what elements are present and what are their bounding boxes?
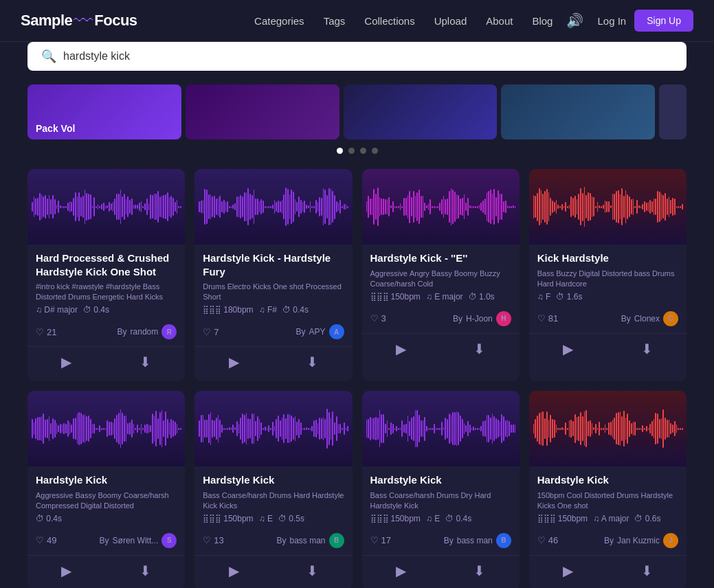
tag[interactable]: Drums [269, 491, 291, 499]
tag[interactable]: Kicks [219, 501, 237, 510]
download-button[interactable]: ⬇ [460, 337, 499, 361]
nav-about[interactable]: About [486, 15, 513, 27]
download-button[interactable]: ⬇ [627, 337, 667, 361]
like-button[interactable]: ♡ 81 [537, 313, 558, 324]
tag[interactable]: Short [203, 293, 221, 301]
download-button[interactable]: ⬇ [293, 350, 332, 374]
tag[interactable]: Hardstyle [312, 491, 344, 499]
tag[interactable]: Drums [68, 293, 90, 301]
tag[interactable]: One shot [273, 282, 304, 291]
sample-card-8[interactable]: Hardstyle Kick 150bpm Cool Distorted Dru… [529, 391, 687, 588]
tag[interactable]: Digital [80, 501, 102, 510]
author-name[interactable]: H-Joon [466, 314, 493, 324]
tag[interactable]: Buzzy [556, 269, 577, 278]
banner-card-2[interactable] [186, 84, 339, 139]
tag[interactable]: 150bpm [537, 491, 565, 499]
author-name[interactable]: bass man [289, 536, 325, 545]
tag[interactable]: Drums [616, 491, 638, 499]
tag[interactable]: Energetic [92, 293, 124, 301]
banner-card-1[interactable]: Pack Vol [27, 84, 181, 139]
nav-upload[interactable]: Upload [434, 15, 467, 27]
tag[interactable]: Distorted [36, 293, 66, 301]
tag[interactable]: Coarse/harsh [370, 280, 416, 288]
tag[interactable]: Buzzy [480, 269, 500, 278]
signup-button[interactable]: Sign Up [634, 10, 693, 32]
logo[interactable]: Sample 〰 Focus [21, 10, 137, 32]
volume-icon[interactable]: 🔊 [566, 12, 583, 29]
tag[interactable]: Coarse/harsh [124, 491, 169, 499]
sample-card-7[interactable]: Hardstyle Kick Bass Coarse/harsh Drums D… [362, 391, 520, 588]
tag[interactable]: Kicks [537, 501, 555, 510]
tag[interactable]: Drums [436, 491, 458, 499]
tag[interactable]: Drums [652, 269, 674, 278]
tag[interactable]: Coarse/harsh [389, 491, 434, 499]
tag[interactable]: Hardstyle [641, 491, 673, 499]
tag[interactable]: Kick [404, 501, 419, 510]
dot-2[interactable] [348, 148, 355, 154]
tag[interactable]: Boomy [98, 491, 121, 499]
author-name[interactable]: Jan Kuzmic [617, 536, 660, 545]
banner-card-4[interactable] [501, 84, 655, 139]
download-button[interactable]: ⬇ [126, 350, 165, 374]
tag[interactable]: Hardcore [556, 280, 587, 288]
tag[interactable]: Dry [460, 491, 472, 499]
tag[interactable]: Kick [203, 501, 217, 510]
nav-tags[interactable]: Tags [324, 15, 346, 27]
tag[interactable]: Cold [418, 280, 434, 288]
sample-card-2[interactable]: Hardstyle Kick - Hardstyle Fury Drums El… [194, 169, 352, 381]
sample-card-1[interactable]: Hard Processed & Crushed Hardstyle Kick … [27, 169, 185, 381]
tag[interactable]: Processed [306, 282, 342, 291]
sample-card-3[interactable]: Hardstyle Kick - ''E'' Aggressive Angry … [362, 169, 520, 381]
author-name[interactable]: Søren Witt... [113, 536, 159, 545]
nav-collections[interactable]: Collections [364, 15, 414, 27]
tag[interactable]: Hard [537, 280, 554, 288]
tag[interactable]: Cool [567, 491, 583, 499]
tag[interactable]: Bassy [75, 491, 96, 499]
dot-3[interactable] [360, 148, 366, 154]
like-button[interactable]: ♡ 13 [203, 535, 223, 545]
tag[interactable]: Bass [203, 491, 219, 499]
play-button[interactable]: ▶ [47, 558, 85, 583]
tag[interactable]: Aggressive [36, 491, 73, 499]
tag[interactable]: Hard [293, 491, 310, 499]
sample-card-5[interactable]: Hardstyle Kick Aggressive Bassy Boomy Co… [27, 391, 185, 588]
like-button[interactable]: ♡ 46 [537, 535, 558, 545]
download-button[interactable]: ⬇ [627, 558, 667, 583]
tag[interactable]: Kicks [145, 293, 163, 301]
author-name[interactable]: APY [309, 327, 325, 337]
tag[interactable]: Distorted [104, 501, 134, 510]
nav-blog[interactable]: Blog [532, 15, 553, 27]
tag[interactable]: Distorted bass [602, 269, 650, 278]
download-button[interactable]: ⬇ [126, 558, 165, 583]
dot-1[interactable] [337, 148, 343, 154]
sample-card-6[interactable]: Hardstyle Kick Bass Coarse/harsh Drums H… [194, 391, 352, 588]
tag[interactable]: Kicks [253, 282, 271, 291]
play-button[interactable]: ▶ [549, 337, 587, 361]
tag[interactable]: #hardstyle [106, 282, 141, 291]
play-button[interactable]: ▶ [382, 337, 420, 361]
tag[interactable]: Hard [475, 491, 491, 499]
tag[interactable]: #rawstyle [72, 282, 104, 291]
play-button[interactable]: ▶ [382, 558, 420, 583]
nav-categories[interactable]: Categories [254, 15, 304, 27]
tag[interactable]: Bassy [432, 269, 452, 278]
like-button[interactable]: ♡ 7 [203, 327, 219, 337]
tag[interactable]: Bass [370, 491, 387, 499]
play-button[interactable]: ▶ [549, 558, 587, 583]
like-button[interactable]: ♡ 49 [36, 535, 56, 545]
tag[interactable]: Angry [410, 269, 429, 278]
tag[interactable]: Compressed [36, 501, 78, 510]
tag[interactable]: Drums [203, 282, 225, 291]
tag[interactable]: #intro kick [36, 282, 70, 291]
like-button[interactable]: ♡ 17 [370, 535, 391, 545]
login-button[interactable]: Log In [597, 15, 626, 27]
play-button[interactable]: ▶ [215, 350, 253, 374]
tag[interactable]: One shot [557, 501, 588, 510]
tag[interactable]: Boomy [454, 269, 478, 278]
like-button[interactable]: ♡ 21 [36, 327, 56, 337]
author-name[interactable]: Clonex [634, 314, 660, 324]
sample-card-4[interactable]: Kick Hardstyle Bass Buzzy Digital Distor… [529, 169, 687, 381]
play-button[interactable]: ▶ [215, 558, 253, 583]
tag[interactable]: Distorted [584, 491, 614, 499]
author-name[interactable]: bass man [457, 536, 493, 545]
